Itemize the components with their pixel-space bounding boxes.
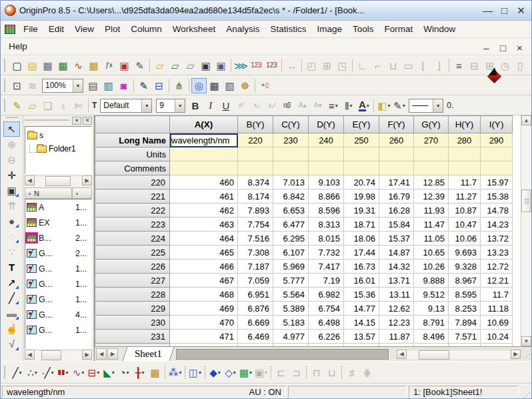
label-cell[interactable]: 280 <box>449 133 481 147</box>
child-close-button[interactable]: × <box>512 40 527 55</box>
list-item-g[interactable]: G...4... <box>25 307 91 322</box>
label-cell[interactable]: 220 <box>238 133 273 147</box>
scrollbar-thumb[interactable] <box>419 350 449 360</box>
data-cell[interactable]: 463 <box>170 218 238 232</box>
data-cell[interactable]: 12.62 <box>379 302 414 316</box>
row-number[interactable]: 225 <box>95 246 170 260</box>
row-number[interactable]: 223 <box>95 218 170 232</box>
data-cell[interactable]: 462 <box>170 204 238 218</box>
new-layout-button[interactable]: ▣ <box>117 58 132 73</box>
next-sheet-icon[interactable]: ▶ <box>107 348 118 360</box>
data-cell[interactable]: 8.253 <box>449 302 481 316</box>
data-cell[interactable]: 10.69 <box>481 316 513 330</box>
line-plot-button[interactable]: ╱▾ <box>9 365 25 380</box>
data-cell[interactable]: 9.103 <box>309 175 344 189</box>
greek-button[interactable]: αβ <box>279 98 295 113</box>
menu-view[interactable]: View <box>69 23 99 35</box>
menu-window[interactable]: Window <box>418 23 461 35</box>
label-cell[interactable]: 250 <box>344 133 379 147</box>
data-cell[interactable]: 5.183 <box>273 316 309 330</box>
scroll-down-icon[interactable]: ▼ <box>521 336 531 346</box>
data-cell[interactable]: 9.888 <box>414 274 449 288</box>
data-cell[interactable]: 15.38 <box>481 189 513 204</box>
data-cell[interactable]: 6.982 <box>309 288 344 302</box>
menu-plot[interactable]: Plot <box>99 23 125 35</box>
panel-menu-button[interactable]: ▾ <box>72 117 81 125</box>
project-explorer-toggle-button[interactable]: ⋔ <box>171 78 187 93</box>
data-cell[interactable]: 6.498 <box>309 316 344 330</box>
data-cell[interactable]: 469 <box>170 302 238 316</box>
pointer-tool-button[interactable]: ↖ <box>3 121 20 137</box>
data-cell[interactable]: 12.23 <box>379 316 414 330</box>
label-cell[interactable] <box>238 161 273 175</box>
merge-cells-button[interactable]: ⫴▾ <box>341 98 356 113</box>
vertical-scrollbar[interactable]: ▲ ▼ <box>521 115 531 346</box>
label-cell[interactable] <box>273 147 309 161</box>
scrollbar-track[interactable] <box>407 350 511 359</box>
list-item-g[interactable]: G...2... <box>25 246 91 261</box>
data-cell[interactable]: 18.06 <box>344 232 379 246</box>
data-cell[interactable]: 9.13 <box>414 302 449 316</box>
list-item-b[interactable]: B...2... <box>25 230 91 246</box>
chevron-down-icon[interactable]: ▾ <box>73 79 83 92</box>
maximize-button[interactable]: □ <box>497 3 512 18</box>
data-cell[interactable]: 11.05 <box>414 232 449 246</box>
horizontal-scrollbar[interactable]: ◀ ▶ <box>395 347 522 361</box>
data-cell[interactable]: 6.754 <box>309 302 344 316</box>
italic-button[interactable]: I <box>203 98 218 113</box>
contour-plot-button[interactable]: ▦▾ <box>238 365 253 380</box>
scroll-right-icon[interactable]: ▶ <box>82 175 92 185</box>
data-cell[interactable]: 11.7 <box>449 175 481 189</box>
print-preview-button[interactable]: ▥ <box>101 78 116 93</box>
data-cell[interactable]: 9.693 <box>449 246 481 260</box>
row-number[interactable]: 226 <box>95 260 170 274</box>
new-project-button[interactable]: ▢ <box>9 58 25 73</box>
3d-scatter-plot-button[interactable]: ⁂▾ <box>167 365 183 380</box>
data-cell[interactable]: 11.7 <box>481 288 513 302</box>
font-size-combo[interactable]: 9 ▾ <box>156 99 185 113</box>
data-cell[interactable]: 18.71 <box>344 218 379 232</box>
status-resize-grip[interactable]: ⋰ <box>521 386 530 398</box>
zoom-combo[interactable]: 100%▾ <box>42 79 83 93</box>
open-template-button[interactable]: ▱ <box>183 58 198 73</box>
data-cell[interactable]: 17.44 <box>344 246 379 260</box>
data-cell[interactable]: 7.187 <box>238 260 273 274</box>
new-function-button[interactable]: ƒx <box>101 58 117 73</box>
column-header-b[interactable]: B(Y) <box>238 116 273 133</box>
data-cell[interactable]: 467 <box>170 274 238 288</box>
new-matrix-button[interactable]: ▦ <box>86 58 101 73</box>
scrollbar-thumb[interactable] <box>45 176 71 186</box>
edit-annotation-button[interactable]: ✎ <box>9 98 25 113</box>
new-excel-button[interactable]: ▦ <box>55 58 71 73</box>
menu-worksheet[interactable]: Worksheet <box>167 23 221 35</box>
data-cell[interactable]: 13.72 <box>481 232 513 246</box>
tab-sheet1[interactable]: Sheet1 <box>123 347 175 361</box>
data-cell[interactable]: 5.564 <box>273 288 309 302</box>
data-cell[interactable]: 5.777 <box>273 274 309 288</box>
data-cell[interactable]: 466 <box>170 260 238 274</box>
add-new-columns-button[interactable]: +▯ <box>257 78 273 93</box>
label-cell[interactable] <box>379 161 414 175</box>
list-horizontal-scrollbar[interactable]: ◀ ▶ <box>25 350 92 360</box>
edit-mode-button[interactable]: ✎ <box>136 78 151 93</box>
underline-button[interactable]: U <box>218 98 233 113</box>
list-item-g[interactable]: G...1... <box>25 261 91 276</box>
data-cell[interactable]: 8.791 <box>414 316 449 330</box>
tree-item-root[interactable]: s <box>27 129 90 142</box>
label-cell[interactable] <box>170 147 238 161</box>
column-header-h[interactable]: H(Y) <box>449 116 481 133</box>
label-cell[interactable] <box>414 161 449 175</box>
row-number[interactable]: 230 <box>95 316 170 330</box>
data-cell[interactable]: 15.84 <box>379 218 414 232</box>
menu-help[interactable]: Help <box>3 40 33 53</box>
data-cell[interactable]: 7.732 <box>309 246 344 260</box>
label-cell[interactable] <box>309 147 344 161</box>
scrollbar-thumb[interactable] <box>521 189 531 212</box>
data-cell[interactable]: 6.469 <box>238 330 273 344</box>
data-cell[interactable]: 8.374 <box>238 175 273 189</box>
rectangle-tool-button[interactable]: ▬ <box>3 306 20 321</box>
row-number[interactable]: 228 <box>95 288 170 302</box>
row-header-units[interactable]: Units <box>95 147 170 161</box>
data-cell[interactable]: 7.516 <box>238 232 273 246</box>
row-number[interactable]: 229 <box>95 302 170 316</box>
